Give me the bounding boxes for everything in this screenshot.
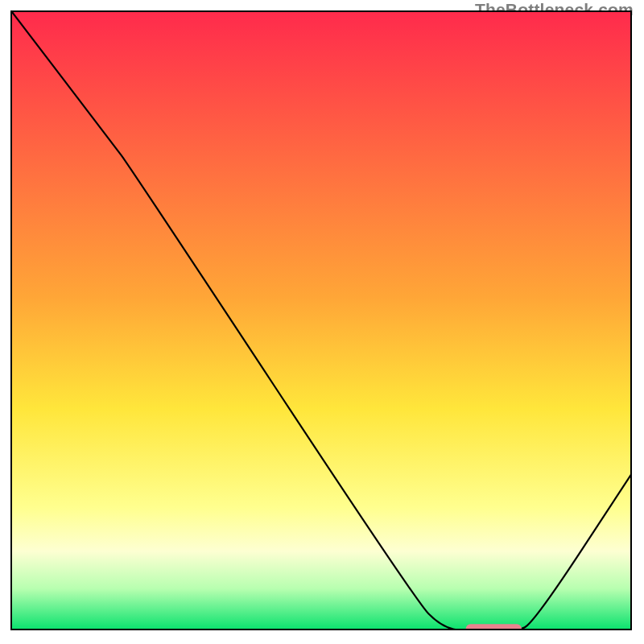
gradient-background [12,12,632,630]
optimal-range-marker [466,624,522,630]
chart-canvas [12,12,632,630]
bottleneck-chart [10,10,632,630]
